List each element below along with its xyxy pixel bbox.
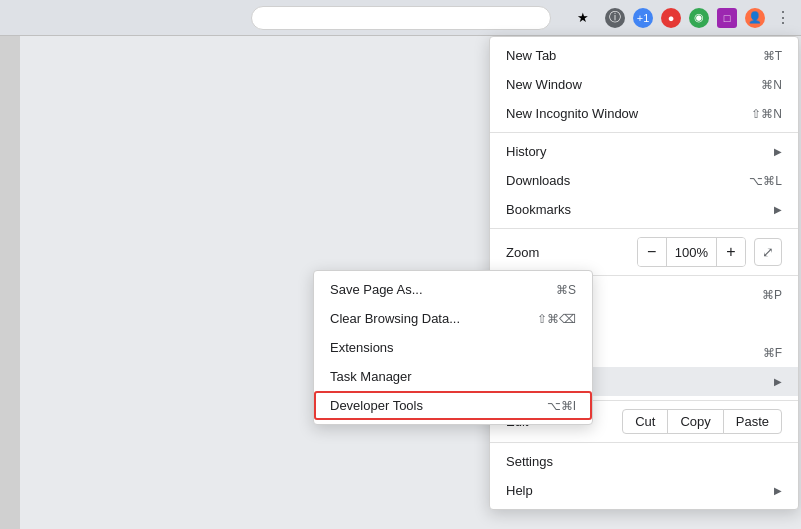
paste-button[interactable]: Paste — [723, 409, 782, 434]
submenu-item-save-page[interactable]: Save Page As... ⌘S — [314, 275, 592, 304]
zoom-in-button[interactable]: + — [717, 238, 745, 266]
sidebar-strip — [0, 36, 20, 529]
browser-toolbar: ★ ⓘ +1 ● ◉ □ 👤 ⋮ — [0, 0, 801, 36]
extension4-icon[interactable]: □ — [717, 8, 737, 28]
menu-item-new-tab[interactable]: New Tab ⌘T — [490, 41, 798, 70]
tab-area — [8, 0, 12, 35]
zoom-controls: − 100% + — [637, 237, 746, 267]
extension3-icon[interactable]: ◉ — [689, 8, 709, 28]
copy-button[interactable]: Copy — [667, 409, 723, 434]
submenu-item-task-manager[interactable]: Task Manager — [314, 362, 592, 391]
more-tools-arrow-icon: ▶ — [774, 376, 782, 387]
bookmark-star-icon[interactable]: ★ — [569, 4, 597, 32]
address-bar[interactable] — [251, 6, 551, 30]
submenu-item-developer-tools[interactable]: Developer Tools ⌥⌘I — [314, 391, 592, 420]
more-tools-submenu: Save Page As... ⌘S Clear Browsing Data..… — [313, 270, 593, 425]
cut-button[interactable]: Cut — [622, 409, 668, 434]
divider-5 — [490, 442, 798, 443]
menu-item-settings[interactable]: Settings — [490, 447, 798, 476]
menu-item-bookmarks[interactable]: Bookmarks ▶ — [490, 195, 798, 224]
zoom-row: Zoom − 100% + ⤢ — [490, 233, 798, 271]
avatar-icon[interactable]: 👤 — [745, 8, 765, 28]
info-icon[interactable]: ⓘ — [605, 8, 625, 28]
menu-item-new-window[interactable]: New Window ⌘N — [490, 70, 798, 99]
divider-1 — [490, 132, 798, 133]
menu-item-downloads[interactable]: Downloads ⌥⌘L — [490, 166, 798, 195]
divider-2 — [490, 228, 798, 229]
extension1-icon[interactable]: +1 — [633, 8, 653, 28]
submenu-item-clear-browsing[interactable]: Clear Browsing Data... ⇧⌘⌫ — [314, 304, 592, 333]
history-arrow-icon: ▶ — [774, 146, 782, 157]
bookmarks-arrow-icon: ▶ — [774, 204, 782, 215]
zoom-value: 100% — [666, 238, 717, 266]
menu-icon[interactable]: ⋮ — [773, 8, 793, 28]
extension2-icon[interactable]: ● — [661, 8, 681, 28]
menu-item-new-incognito[interactable]: New Incognito Window ⇧⌘N — [490, 99, 798, 128]
fullscreen-icon[interactable]: ⤢ — [754, 238, 782, 266]
submenu-item-extensions[interactable]: Extensions — [314, 333, 592, 362]
help-arrow-icon: ▶ — [774, 485, 782, 496]
browser-icons: ★ ⓘ +1 ● ◉ □ 👤 ⋮ — [569, 4, 793, 32]
menu-item-help[interactable]: Help ▶ — [490, 476, 798, 505]
menu-item-history[interactable]: History ▶ — [490, 137, 798, 166]
edit-buttons: Cut Copy Paste — [623, 409, 782, 434]
zoom-out-button[interactable]: − — [638, 238, 666, 266]
